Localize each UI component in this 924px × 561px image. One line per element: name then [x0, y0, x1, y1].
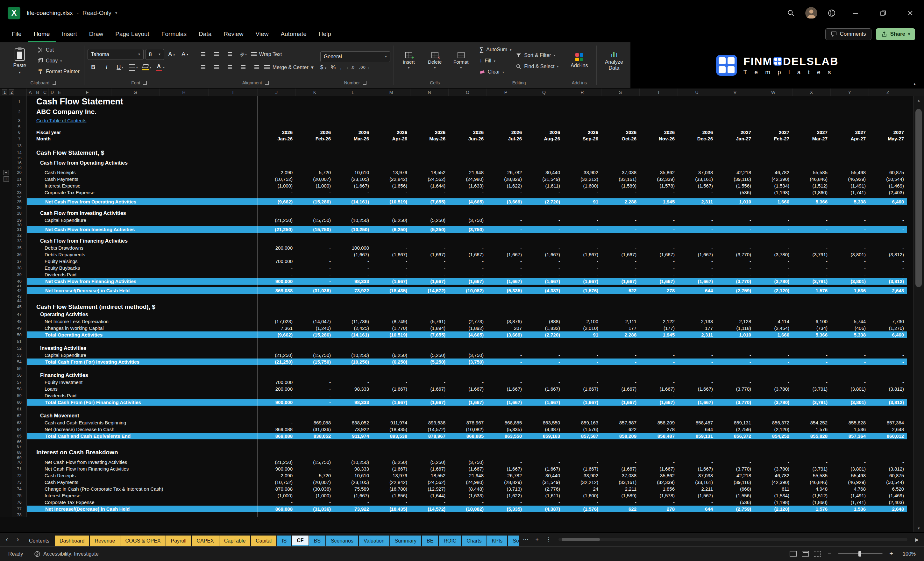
grid-cell[interactable]: - [334, 265, 372, 271]
grid-cell[interactable]: - [716, 392, 754, 399]
grid-cell[interactable]: (31,036) [296, 287, 334, 294]
grid-cell[interactable]: - [602, 258, 640, 265]
grid-cell[interactable]: - [602, 265, 640, 271]
grid-cell[interactable]: - [602, 217, 640, 224]
grid-cell[interactable] [563, 148, 602, 157]
grid-cell[interactable]: 644 [678, 506, 716, 512]
grid-cell[interactable]: (1,892) [448, 325, 487, 332]
grid-cell[interactable]: - [487, 217, 525, 224]
column-header-V[interactable]: V [716, 88, 754, 96]
column-header-J[interactable]: J [258, 88, 296, 96]
grid-cell[interactable]: (31,036) [296, 426, 334, 433]
grid-cell[interactable]: - [602, 358, 640, 365]
grid-cell[interactable] [602, 159, 640, 166]
row-label[interactable]: Cash Payments [27, 479, 258, 486]
grid-cell[interactable]: 21,948 [448, 169, 487, 176]
grid-cell[interactable] [563, 512, 602, 517]
grid-cell[interactable]: (10,752) [258, 479, 296, 486]
row-label[interactable]: Net Income Less Depreciation [27, 318, 258, 325]
grid-cell[interactable]: (3,791) [792, 251, 831, 258]
grid-cell[interactable] [296, 372, 334, 379]
grid-cell[interactable]: (1,667) [640, 465, 678, 472]
grid-cell[interactable]: - [792, 392, 831, 399]
column-header-D[interactable]: D [49, 88, 56, 96]
grid-cell[interactable]: 91 [563, 198, 602, 205]
row-header-50[interactable]: 50 [12, 332, 27, 338]
grid-cell[interactable]: 859,163 [563, 419, 602, 426]
grid-cell[interactable]: (32,212) [563, 176, 602, 182]
row-label[interactable] [27, 298, 258, 303]
grid-cell[interactable] [563, 166, 602, 169]
grid-cell[interactable] [296, 117, 334, 124]
grid-cell[interactable] [372, 440, 410, 444]
grid-cell[interactable]: 1,576 [792, 426, 831, 433]
grid-cell[interactable]: (32,212) [563, 479, 602, 486]
grid-cell[interactable]: 55,585 [792, 169, 831, 176]
grid-cell[interactable] [410, 117, 448, 124]
grid-cell[interactable]: - [716, 265, 754, 271]
grid-cell[interactable] [602, 456, 640, 459]
grid-cell[interactable] [831, 444, 869, 448]
row-header-20[interactable]: 20 [12, 169, 27, 176]
grid-cell[interactable] [831, 159, 869, 166]
grid-cell[interactable]: - [372, 258, 410, 265]
grid-cell[interactable]: (1,667) [448, 251, 487, 258]
grid-cell[interactable]: (1,860) [792, 189, 831, 196]
sheet-tab-be[interactable]: BE [422, 536, 438, 546]
grid-cell[interactable] [869, 233, 907, 237]
zoom-slider[interactable] [838, 554, 883, 554]
row-label[interactable]: Cash Flow Statement [27, 96, 258, 107]
grid-cell[interactable] [372, 142, 410, 148]
grid-cell[interactable]: (23,105) [334, 176, 372, 182]
row-header-32[interactable]: 32 [12, 233, 27, 237]
grid-cell[interactable]: 2026 [334, 129, 372, 136]
grid-cell[interactable] [640, 107, 678, 117]
grid-cell[interactable] [563, 365, 602, 372]
grid-cell[interactable]: May-26 [410, 136, 448, 142]
grid-cell[interactable] [258, 345, 296, 352]
column-header-R[interactable]: R [563, 88, 602, 96]
grid-cell[interactable] [410, 148, 448, 157]
row-header-22[interactable]: 22 [12, 182, 27, 189]
grid-cell[interactable]: - [258, 251, 296, 258]
grid-cell[interactable]: - [640, 217, 678, 224]
grid-cell[interactable]: (1,667) [372, 251, 410, 258]
grid-cell[interactable]: (1,198) [754, 189, 792, 196]
grid-cell[interactable] [410, 512, 448, 517]
grid-cell[interactable] [525, 440, 563, 444]
grid-cell[interactable]: (3,801) [831, 386, 869, 392]
row-label[interactable]: Total Cash From (For) Investing Activiti… [27, 358, 258, 365]
grid-cell[interactable]: 207 [487, 325, 525, 332]
grid-cell[interactable] [487, 456, 525, 459]
grid-cell[interactable]: (888) [525, 318, 563, 325]
grid-cell[interactable]: 857,587 [563, 433, 602, 440]
grid-cell[interactable]: 73,922 [334, 506, 372, 512]
grid-cell[interactable] [563, 96, 602, 107]
grid-cell[interactable] [410, 412, 448, 419]
grid-cell[interactable]: - [563, 258, 602, 265]
grid-cell[interactable] [258, 285, 296, 287]
grid-cell[interactable]: - [487, 379, 525, 386]
grid-cell[interactable]: - [563, 217, 602, 224]
grid-cell[interactable] [678, 196, 716, 198]
grid-cell[interactable] [754, 512, 792, 517]
grid-cell[interactable]: - [754, 265, 792, 271]
grid-cell[interactable]: 4,768 [831, 486, 869, 492]
row-header-44[interactable]: 44 [12, 298, 27, 303]
grid-cell[interactable] [602, 233, 640, 237]
grid-cell[interactable] [372, 338, 410, 345]
row-label[interactable]: Cash Flow from Financing Activities [27, 237, 258, 244]
sheet-tab-charts[interactable]: Charts [462, 536, 486, 546]
grid-cell[interactable]: (1,667) [525, 251, 563, 258]
grid-cell[interactable]: (1,667) [410, 251, 448, 258]
menu-page-layout[interactable]: Page Layout [109, 26, 155, 42]
grid-cell[interactable] [640, 338, 678, 345]
grid-cell[interactable]: (1,667) [678, 465, 716, 472]
grid-cell[interactable] [334, 142, 372, 148]
grid-cell[interactable]: - [831, 358, 869, 365]
grid-cell[interactable]: - [525, 265, 563, 271]
grid-cell[interactable] [602, 224, 640, 226]
grid-cell[interactable] [792, 124, 831, 129]
grid-cell[interactable] [754, 440, 792, 444]
grid-cell[interactable]: (5,335) [487, 426, 525, 433]
